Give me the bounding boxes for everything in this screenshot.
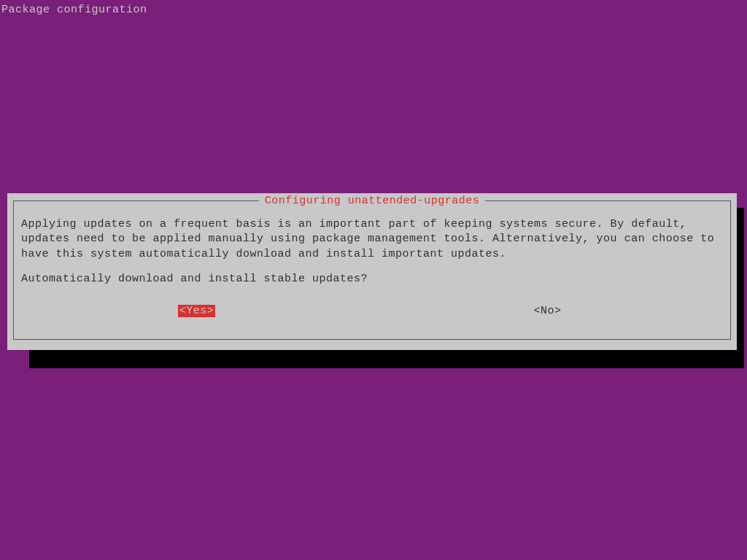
dialog-buttons: <Yes> <No>	[21, 304, 723, 332]
dialog-body: Applying updates on a frequent basis is …	[14, 201, 730, 339]
page-header: Package configuration	[0, 0, 747, 20]
no-button-col: <No>	[372, 304, 723, 319]
dialog: Configuring unattended-upgrades Applying…	[7, 193, 737, 350]
page-title: Package configuration	[1, 4, 147, 16]
yes-button[interactable]: <Yes>	[178, 305, 216, 317]
no-button[interactable]: <No>	[533, 305, 561, 317]
dialog-description: Applying updates on a frequent basis is …	[21, 217, 723, 262]
yes-button-col: <Yes>	[21, 304, 372, 319]
dialog-prompt: Automatically download and install stabl…	[21, 272, 723, 287]
dialog-frame: Configuring unattended-upgrades Applying…	[13, 201, 731, 340]
